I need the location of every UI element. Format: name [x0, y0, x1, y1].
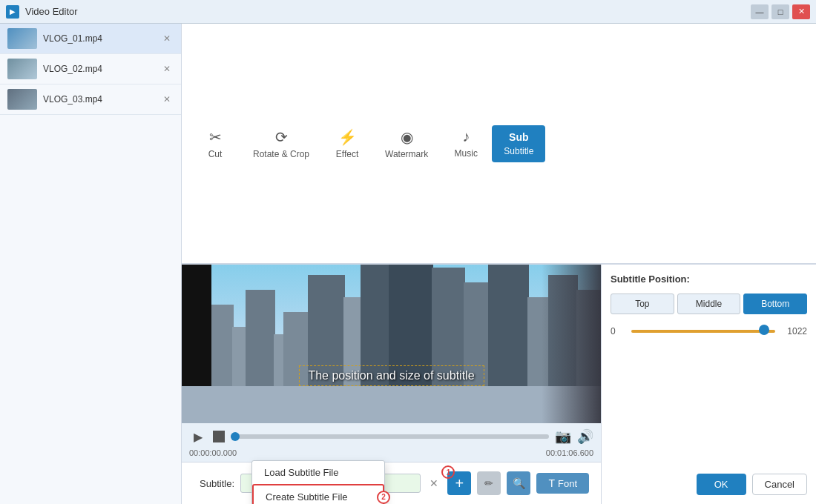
subtitle-icon: Sub: [509, 131, 528, 143]
window-controls: — □ ✕: [751, 4, 810, 19]
create-subtitle-label: Create Subtitle File: [266, 491, 348, 503]
edit-subtitle-button[interactable]: ✏: [477, 471, 501, 495]
step-badge-1: 1: [441, 465, 455, 479]
position-bottom-button[interactable]: Bottom: [743, 294, 807, 314]
camera-icon[interactable]: 📷: [555, 428, 571, 445]
file-thumb-1: [7, 28, 37, 49]
current-time: 00:00:00.000: [189, 448, 237, 457]
video-panel: The position and size of subtitle ▶ 📷 🔊: [182, 265, 601, 504]
load-subtitle-label: Load Subtitle File: [264, 467, 338, 478]
app-title: Video Editor: [25, 6, 78, 17]
edit-icon: ✏: [484, 477, 493, 489]
slider-max-label: 1022: [781, 326, 807, 336]
progress-thumb: [231, 432, 240, 441]
dropdown-load-subtitle[interactable]: Load Subtitle File: [252, 461, 384, 484]
font-label: Font: [558, 478, 577, 489]
watermark-icon: ◉: [401, 128, 413, 146]
app-icon: ▶: [6, 5, 19, 19]
progress-bar[interactable]: [231, 434, 549, 439]
font-icon: T: [548, 477, 555, 489]
step-badge-2: 2: [377, 491, 390, 504]
file-name-3: VLOG_03.mp4: [43, 94, 154, 105]
restore-button[interactable]: □: [771, 4, 789, 19]
volume-icon[interactable]: 🔊: [577, 428, 593, 445]
input-clear-icon[interactable]: ✕: [427, 477, 441, 489]
position-buttons: Top Middle Bottom: [611, 294, 807, 314]
position-slider[interactable]: [631, 330, 775, 333]
search-icon: 🔍: [513, 477, 525, 489]
tab-subtitle-label: Subtitle: [504, 146, 533, 156]
tab-cut-label: Cut: [208, 149, 223, 159]
effect-icon: ⚡: [338, 128, 357, 146]
file-thumb-3: [7, 89, 37, 110]
play-button[interactable]: ▶: [189, 428, 207, 445]
music-icon: ♪: [462, 128, 470, 145]
position-top-button[interactable]: Top: [611, 294, 674, 314]
file-close-3[interactable]: ✕: [160, 93, 174, 106]
tab-subtitle[interactable]: Sub Subtitle: [492, 125, 545, 162]
playback-bar: ▶ 📷 🔊 00:00:00.000 00:01:06.600: [182, 423, 601, 462]
close-button[interactable]: ✕: [792, 4, 810, 19]
file-name-2: VLOG_02.mp4: [43, 64, 154, 74]
main-toolbar: ✂ Cut ⟳ Rotate & Crop ⚡ Effect ◉ Waterma…: [182, 24, 816, 265]
tab-music[interactable]: ♪ Music: [440, 122, 492, 165]
minimize-button[interactable]: —: [751, 4, 769, 19]
video-area: The position and size of subtitle: [182, 265, 601, 423]
action-buttons: OK Cancel: [611, 474, 807, 495]
file-close-2[interactable]: ✕: [160, 62, 174, 76]
tab-rotate-label: Rotate & Crop: [253, 149, 309, 159]
slider-min-label: 0: [611, 326, 625, 336]
rotate-icon: ⟳: [275, 128, 288, 146]
right-panel: Subtitle Position: Top Middle Bottom 0 1…: [601, 265, 816, 504]
slider-row: 0 1022: [611, 326, 807, 336]
title-bar: ▶ Video Editor — □ ✕: [0, 0, 816, 24]
tab-music-label: Music: [455, 148, 478, 159]
search-subtitle-button[interactable]: 🔍: [507, 471, 530, 495]
end-time: 00:01:06.600: [546, 448, 593, 457]
font-button[interactable]: T Font: [536, 473, 589, 494]
ok-button[interactable]: OK: [697, 474, 746, 495]
position-title: Subtitle Position:: [611, 273, 807, 285]
slider-thumb: [759, 325, 769, 335]
file-item-3[interactable]: VLOG_03.mp4 ✕: [0, 84, 181, 115]
video-curtain-right: [542, 265, 601, 423]
subtitle-label: Subtitle:: [194, 478, 234, 489]
plus-icon: +: [455, 475, 464, 492]
tab-rotate[interactable]: ⟳ Rotate & Crop: [241, 122, 321, 165]
dropdown-create-subtitle[interactable]: Create Subtitle File 2: [252, 484, 384, 504]
file-item-2[interactable]: VLOG_02.mp4 ✕: [0, 54, 181, 84]
position-section: Subtitle Position: Top Middle Bottom 0 1…: [611, 273, 807, 468]
cut-icon: ✂: [209, 128, 222, 146]
tab-cut[interactable]: ✂ Cut: [189, 122, 241, 165]
file-name-1: VLOG_01.mp4: [43, 33, 154, 44]
subtitle-preview-text: The position and size of subtitle: [298, 365, 484, 386]
tab-watermark[interactable]: ◉ Watermark: [373, 122, 440, 165]
cancel-button[interactable]: Cancel: [752, 474, 807, 495]
tab-effect-label: Effect: [336, 149, 358, 159]
dropdown-menu: Load Subtitle File Create Subtitle File …: [251, 460, 385, 504]
add-subtitle-button[interactable]: + 1: [447, 471, 471, 495]
stop-button[interactable]: [213, 431, 225, 442]
tab-watermark-label: Watermark: [385, 149, 428, 159]
tab-effect[interactable]: ⚡ Effect: [321, 122, 373, 165]
file-sidebar: VLOG_01.mp4 ✕ VLOG_02.mp4 ✕ VLOG_03.mp4 …: [0, 24, 182, 504]
bottom-panel: Subtitle: ✕ + 1: [182, 462, 601, 504]
file-item-1[interactable]: VLOG_01.mp4 ✕: [0, 24, 181, 54]
position-middle-button[interactable]: Middle: [677, 294, 741, 314]
file-close-1[interactable]: ✕: [160, 32, 174, 45]
file-thumb-2: [7, 59, 37, 79]
